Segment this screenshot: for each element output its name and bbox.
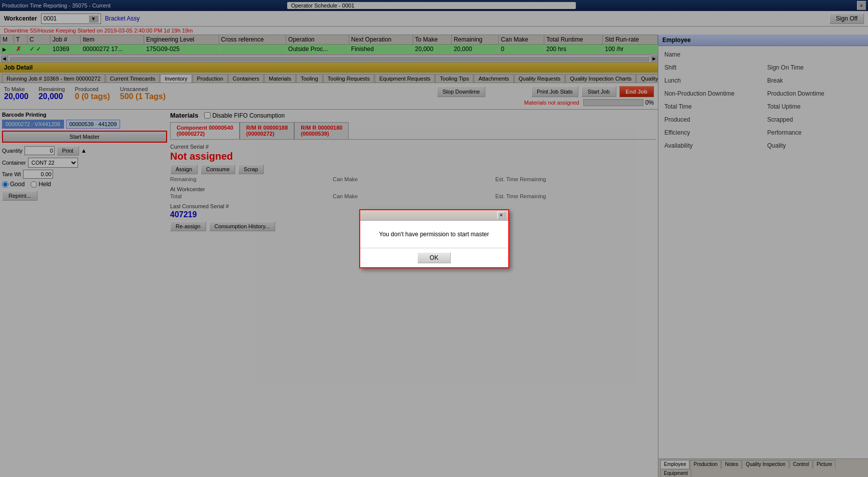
modal-body: You don't have permission to start maste… [360, 221, 508, 248]
modal-footer: OK [360, 248, 508, 267]
modal-ok-button[interactable]: OK [417, 252, 451, 263]
modal-dialog: ✕ You don't have permission to start mas… [359, 209, 509, 268]
modal-overlay: ✕ You don't have permission to start mas… [0, 0, 868, 477]
modal-title-bar: ✕ [360, 210, 508, 221]
modal-close-button[interactable]: ✕ [497, 212, 505, 219]
modal-message: You don't have permission to start maste… [372, 231, 496, 238]
